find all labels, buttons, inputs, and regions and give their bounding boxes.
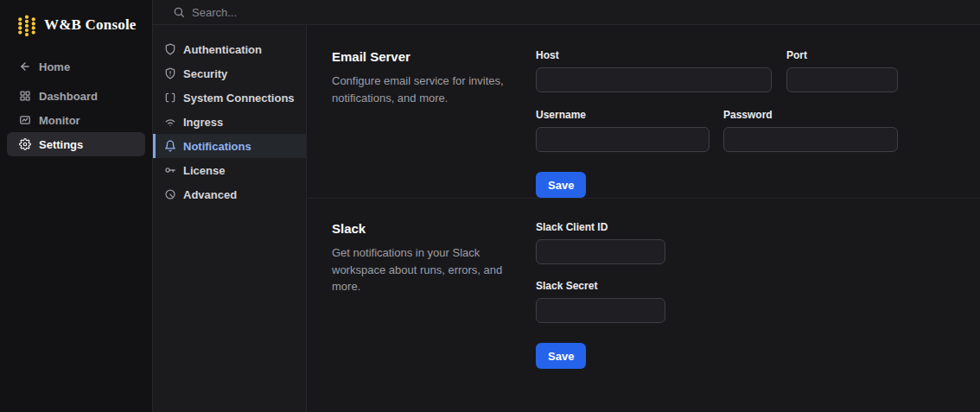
search-input[interactable]	[192, 6, 451, 19]
wandb-dots-logo-icon	[16, 14, 37, 37]
sidebar-item-label: Settings	[39, 138, 83, 151]
slack-save-button[interactable]: Save	[536, 343, 586, 369]
shield-alert-icon	[164, 67, 176, 79]
main-content: Email Server Configure email service for…	[307, 25, 980, 412]
bell-icon	[164, 140, 176, 152]
brand-header: W&B Console	[0, 13, 152, 37]
sidebar-item-dashboard[interactable]: Dashboard	[7, 84, 145, 108]
settings-nav-item-notifications[interactable]: Notifications	[153, 134, 306, 158]
settings-nav-label: License	[183, 164, 225, 177]
sidebar-item-label: Home	[39, 60, 70, 73]
settings-nav-label: Security	[183, 67, 227, 80]
sidebar-item-label: Dashboard	[39, 90, 98, 103]
host-field-group: Host	[536, 49, 772, 92]
content-row: Authentication Security System Connectio…	[153, 25, 980, 412]
monitor-chart-icon	[19, 114, 31, 126]
gear-icon	[19, 138, 31, 150]
password-label: Password	[723, 109, 898, 121]
section-description: Configure email service for invites, not…	[332, 73, 520, 106]
port-input[interactable]	[786, 67, 898, 92]
settings-nav-item-security[interactable]: Security	[153, 61, 306, 86]
password-input[interactable]	[723, 127, 898, 152]
settings-nav-label: Notifications	[183, 140, 251, 153]
settings-nav-item-advanced[interactable]: Advanced	[153, 182, 306, 206]
port-field-group: Port	[786, 49, 898, 92]
sidebar-item-monitor[interactable]: Monitor	[7, 108, 145, 132]
app-window: W&B Console Home Dashboard Monitor	[0, 0, 980, 412]
slack-secret-field-group: Slack Secret	[536, 280, 665, 323]
slack-secret-input[interactable]	[536, 298, 665, 323]
wifi-icon	[164, 116, 176, 128]
topbar	[153, 0, 980, 25]
section-title: Slack	[332, 221, 536, 236]
settings-nav-item-system-connections[interactable]: System Connections	[153, 86, 306, 110]
settings-nav-item-authentication[interactable]: Authentication	[153, 37, 306, 61]
primary-nav: Home Dashboard Monitor Settings	[0, 54, 152, 156]
settings-nav-item-ingress[interactable]: Ingress	[153, 110, 306, 134]
gauge-icon	[164, 188, 176, 200]
password-field-group: Password	[723, 109, 898, 152]
sidebar-item-settings[interactable]: Settings	[7, 132, 145, 156]
sidebar-item-label: Monitor	[39, 114, 80, 127]
slack-form: Slack Client ID Slack Secret Save	[536, 221, 913, 369]
left-sidebar: W&B Console Home Dashboard Monitor	[0, 0, 153, 412]
slack-client-id-input[interactable]	[536, 239, 665, 264]
brackets-icon	[164, 92, 176, 104]
arrow-left-icon	[19, 60, 31, 73]
host-label: Host	[536, 49, 772, 61]
slack-secret-label: Slack Secret	[536, 280, 665, 292]
slack-client-id-field-group: Slack Client ID	[536, 221, 665, 264]
email-server-save-button[interactable]: Save	[536, 172, 586, 198]
email-server-form: Host Port Username	[536, 49, 913, 198]
username-field-group: Username	[536, 109, 710, 152]
right-column: Authentication Security System Connectio…	[153, 0, 980, 412]
app-title: W&B Console	[44, 16, 137, 34]
key-icon	[164, 164, 176, 176]
host-input[interactable]	[536, 67, 772, 92]
username-label: Username	[536, 109, 710, 121]
settings-nav-label: System Connections	[183, 92, 295, 105]
dashboard-grid-icon	[19, 90, 31, 102]
slack-client-id-label: Slack Client ID	[536, 221, 665, 233]
search-icon	[173, 6, 185, 18]
settings-nav-label: Ingress	[183, 116, 223, 129]
settings-nav: Authentication Security System Connectio…	[153, 25, 307, 412]
email-server-section: Email Server Configure email service for…	[307, 25, 980, 198]
username-input[interactable]	[536, 127, 710, 152]
sidebar-item-home[interactable]: Home	[7, 54, 145, 79]
section-description: Get notifications in your Slack workspac…	[332, 244, 520, 295]
slack-info: Slack Get notifications in your Slack wo…	[332, 221, 536, 369]
slack-section: Slack Get notifications in your Slack wo…	[307, 198, 980, 369]
settings-nav-label: Authentication	[183, 43, 262, 56]
settings-nav-label: Advanced	[183, 188, 237, 201]
email-server-info: Email Server Configure email service for…	[332, 49, 536, 198]
shield-icon	[164, 43, 176, 55]
settings-nav-item-license[interactable]: License	[153, 158, 306, 182]
port-label: Port	[786, 49, 898, 61]
section-title: Email Server	[332, 49, 536, 64]
